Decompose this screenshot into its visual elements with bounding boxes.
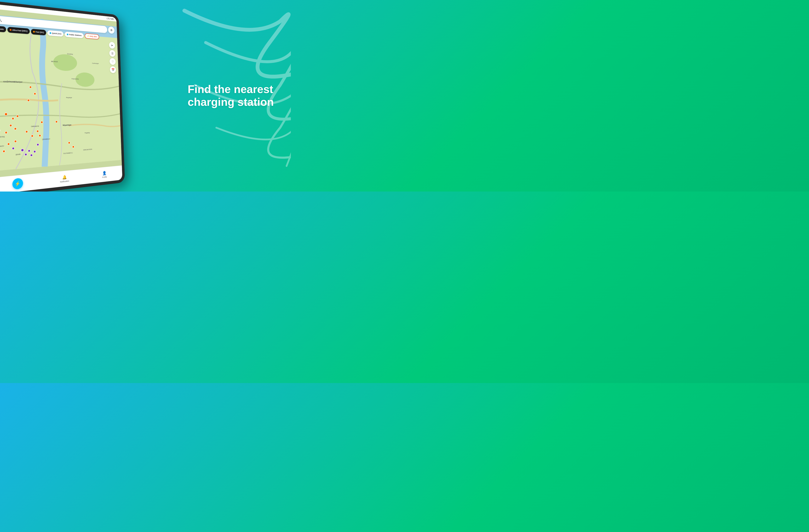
svg-text:ÜMRANİYE: ÜMRANİYE <box>31 125 39 127</box>
svg-point-21 <box>5 113 7 116</box>
svg-point-23 <box>16 115 19 118</box>
schedule-button[interactable]: 📅 <box>110 66 116 73</box>
svg-point-25 <box>14 127 17 130</box>
heart-icon: ♡ <box>111 60 114 63</box>
svg-point-36 <box>34 92 36 95</box>
chip-sockets[interactable]: Sockets <box>0 25 6 32</box>
svg-point-32 <box>31 135 33 137</box>
nav-fab-button[interactable]: ⚡ <box>12 178 23 190</box>
headline-line1: Find the nearest <box>188 83 274 96</box>
svg-point-33 <box>37 130 39 132</box>
chip-fast-label: Fast (DC) <box>36 31 44 34</box>
chip-ultra-fast-dot <box>10 29 12 31</box>
layers-icon: ☰ <box>111 52 114 55</box>
svg-point-45 <box>30 154 33 156</box>
svg-point-29 <box>7 143 10 145</box>
map-right-buttons: ➤ ☰ ♡ 📅 <box>109 42 116 73</box>
svg-point-41 <box>55 121 57 123</box>
calendar-icon: 📅 <box>111 68 114 71</box>
svg-point-39 <box>68 142 70 144</box>
svg-point-28 <box>3 150 5 153</box>
nav-notification[interactable]: 🔔 Notification <box>60 174 69 183</box>
svg-point-38 <box>29 86 32 88</box>
chip-zes-label: ⚡ Only ZES <box>87 35 97 38</box>
svg-point-47 <box>37 143 39 146</box>
power-button <box>121 93 123 105</box>
svg-point-42 <box>21 149 24 152</box>
svg-text:Nişantepe: Nişantepe <box>63 124 71 126</box>
chip-public-dot <box>67 34 69 35</box>
svg-text:KAĞITHANESariyer: KAĞITHANESariyer <box>3 80 22 83</box>
chip-fast-dc[interactable]: Fast (DC) <box>31 29 46 35</box>
location-icon: ➤ <box>111 43 113 47</box>
status-signal: LTE %85 <box>107 17 114 20</box>
svg-point-31 <box>25 130 28 133</box>
map-area: KAĞITHANESariyer BEYKOZ Örnekköy Cumhuri… <box>0 9 122 178</box>
svg-point-24 <box>10 124 12 127</box>
headline-line2: charging station <box>188 96 274 108</box>
location-button[interactable]: ➤ <box>109 42 115 49</box>
svg-point-46 <box>34 150 36 153</box>
svg-point-40 <box>72 146 74 148</box>
tablet-screen: Riva LTE %85 <box>0 4 122 192</box>
bell-icon: 🔔 <box>62 175 67 180</box>
layers-button[interactable]: ☰ <box>109 50 115 57</box>
svg-point-22 <box>12 118 14 120</box>
chip-quick-label: Quick (AC) <box>52 32 61 35</box>
chip-fast-dot <box>33 31 35 33</box>
chip-public-label: Public Stations <box>69 34 82 37</box>
nav-fab-item[interactable]: ⚡ <box>12 178 23 190</box>
chip-sockets-label: Sockets <box>0 28 4 31</box>
favorites-button[interactable]: ♡ <box>110 58 116 65</box>
svg-point-27 <box>5 131 7 134</box>
nav-profile-label: Profile <box>102 176 107 178</box>
svg-point-43 <box>25 153 27 156</box>
svg-text:BEYKOZ: BEYKOZ <box>51 60 58 63</box>
svg-point-37 <box>28 99 30 101</box>
search-icon: 🔍 <box>0 18 2 22</box>
svg-point-34 <box>39 135 41 137</box>
profile-icon: 👤 <box>102 171 107 176</box>
nav-notification-label: Notification <box>60 180 69 183</box>
nav-profile[interactable]: 👤 Profile <box>102 171 107 179</box>
svg-text:Reşadıye: Reşadıye <box>66 97 72 99</box>
filter-icon: ⚙ <box>110 29 113 32</box>
tablet-device: Riva LTE %85 <box>0 1 124 192</box>
chip-quick-dot <box>50 32 51 34</box>
svg-point-48 <box>12 147 15 150</box>
chip-only-zes[interactable]: ⚡ Only ZES <box>85 33 99 39</box>
svg-point-35 <box>41 121 43 123</box>
camera-area <box>86 11 93 13</box>
headline-panel: Find the nearest charging station <box>188 83 274 108</box>
svg-point-30 <box>14 140 17 143</box>
svg-point-44 <box>28 149 31 152</box>
chip-ultra-fast-label: Ultra Fast (HPC) <box>12 29 28 32</box>
bolt-icon: ⚡ <box>15 180 21 187</box>
